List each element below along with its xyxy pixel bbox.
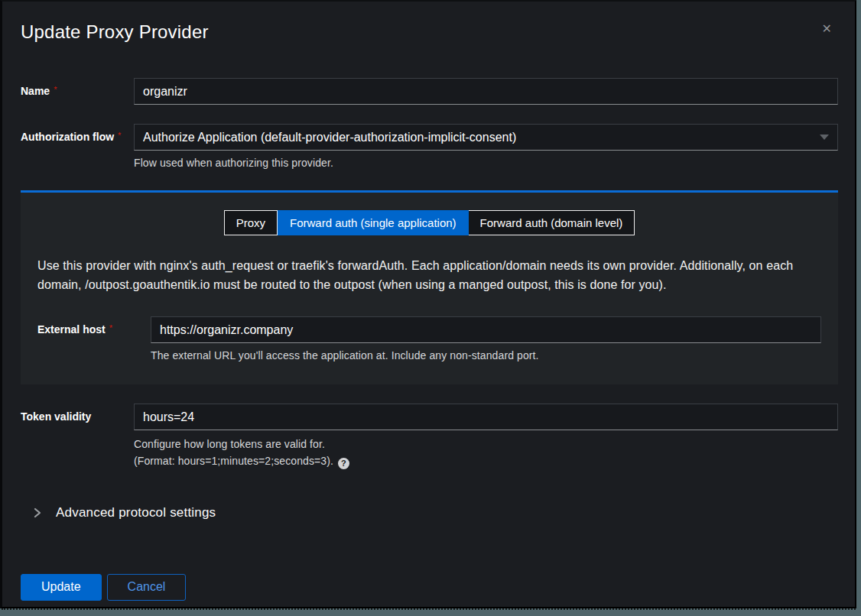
name-field-row: Name* <box>21 78 838 105</box>
proxy-mode-toggle-group: Proxy Forward auth (single application) … <box>37 210 821 235</box>
token-validity-input[interactable] <box>134 404 838 430</box>
name-input[interactable] <box>134 78 838 105</box>
chevron-down-icon <box>820 135 829 140</box>
external-host-label: External host* <box>37 316 151 336</box>
mode-description: Use this provider with nginx's auth_requ… <box>37 256 821 294</box>
authorization-flow-help: Flow used when authorizing this provider… <box>134 157 838 169</box>
page-title: Update Proxy Provider <box>21 21 838 43</box>
authorization-flow-label: Authorization flow* <box>21 124 134 143</box>
token-validity-help-line1: Configure how long tokens are valid for. <box>134 438 838 450</box>
proxy-mode-card: Proxy Forward auth (single application) … <box>21 190 838 384</box>
advanced-protocol-settings-label: Advanced protocol settings <box>56 505 216 520</box>
authorization-flow-selected-value: Authorize Application (default-provider-… <box>143 131 516 144</box>
cancel-button[interactable]: Cancel <box>107 574 187 601</box>
name-label: Name* <box>21 78 134 97</box>
token-validity-label: Token validity <box>21 404 134 423</box>
authorization-flow-field-row: Authorization flow* Authorize Applicatio… <box>21 124 838 169</box>
external-host-input[interactable] <box>151 316 821 343</box>
toggle-proxy[interactable]: Proxy <box>224 210 278 235</box>
update-button[interactable]: Update <box>21 574 102 601</box>
required-asterisk: * <box>109 323 112 332</box>
window-frame: Update Proxy Provider ✕ Name* Authorizat… <box>0 0 861 616</box>
toggle-forward-auth-domain-level[interactable]: Forward auth (domain level) <box>469 210 635 235</box>
advanced-protocol-settings-toggle[interactable]: Advanced protocol settings <box>21 505 838 520</box>
close-icon[interactable]: ✕ <box>822 23 832 35</box>
token-validity-field-row: Token validity Configure how long tokens… <box>21 404 838 469</box>
chevron-right-icon <box>34 507 43 519</box>
modal-footer: Update Cancel <box>21 574 838 601</box>
token-validity-help-line2: (Format: hours=1;minutes=2;seconds=3).? <box>134 455 838 469</box>
modal-header: Update Proxy Provider ✕ <box>21 21 838 43</box>
authorization-flow-select[interactable]: Authorize Application (default-provider-… <box>134 124 838 151</box>
required-asterisk: * <box>118 131 121 140</box>
toggle-forward-auth-single-application[interactable]: Forward auth (single application) <box>278 210 469 235</box>
required-asterisk: * <box>54 85 57 94</box>
update-proxy-provider-modal: Update Proxy Provider ✕ Name* Authorizat… <box>0 0 856 608</box>
external-host-help: The external URL you'll access the appli… <box>151 349 821 361</box>
help-question-icon[interactable]: ? <box>338 458 349 469</box>
external-host-field-row: External host* The external URL you'll a… <box>37 316 821 361</box>
